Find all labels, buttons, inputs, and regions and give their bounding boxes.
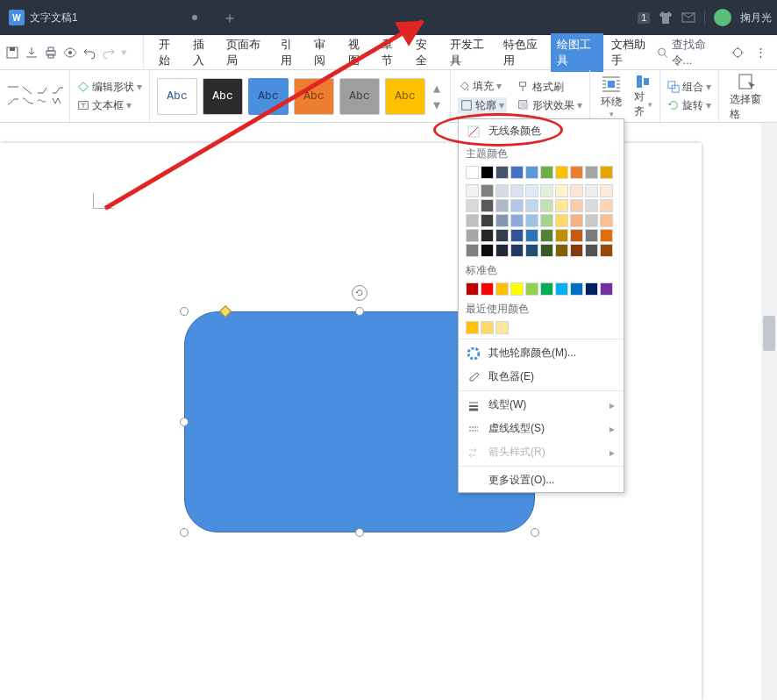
color-swatch[interactable] — [585, 199, 598, 212]
color-swatch[interactable] — [481, 321, 494, 334]
color-swatch[interactable] — [525, 214, 538, 227]
style-swatch-2[interactable]: Abc — [203, 78, 243, 115]
vertical-scrollbar[interactable] — [761, 123, 777, 700]
menu-dochelper[interactable]: 文档助手 — [605, 33, 657, 72]
format-painter-button[interactable]: 格式刷 — [517, 80, 582, 95]
color-swatch[interactable] — [481, 166, 494, 179]
dash-type-item[interactable]: 虚线线型(S)▸ — [459, 417, 624, 440]
rotate-button[interactable]: 旋转▾ — [667, 98, 711, 113]
color-swatch[interactable] — [466, 199, 479, 212]
color-swatch[interactable] — [555, 229, 568, 242]
color-swatch[interactable] — [510, 214, 524, 227]
color-swatch[interactable] — [585, 282, 598, 296]
user-avatar[interactable] — [714, 9, 731, 26]
skin-icon[interactable] — [659, 11, 673, 25]
color-swatch[interactable] — [525, 184, 538, 197]
text-box-button[interactable]: 文本框▾ — [77, 98, 142, 113]
color-swatch[interactable] — [466, 214, 479, 227]
color-swatch[interactable] — [540, 184, 553, 197]
color-swatch[interactable] — [495, 166, 509, 179]
fill-button[interactable]: 填充▾ — [458, 79, 507, 94]
color-swatch[interactable] — [555, 282, 568, 296]
color-swatch[interactable] — [585, 166, 598, 179]
resize-handle-se[interactable] — [531, 528, 539, 537]
color-swatch[interactable] — [481, 244, 494, 257]
settings-icon[interactable] — [731, 46, 745, 60]
color-swatch[interactable] — [510, 229, 524, 242]
color-swatch[interactable] — [495, 184, 509, 197]
select-pane-button[interactable]: 选择窗格 — [726, 71, 770, 122]
no-line-color-item[interactable]: 无线条颜色 — [459, 119, 624, 143]
outline-button[interactable]: 轮廓▾ — [458, 97, 507, 114]
more-colors-item[interactable]: 其他轮廓颜色(M)... — [459, 341, 624, 365]
resize-handle-n[interactable] — [355, 307, 364, 316]
export-icon[interactable] — [25, 46, 39, 60]
color-swatch[interactable] — [585, 244, 598, 257]
color-swatch[interactable] — [600, 229, 613, 242]
eyedropper-item[interactable]: 取色器(E) — [459, 365, 624, 389]
color-swatch[interactable] — [495, 321, 509, 334]
color-swatch[interactable] — [525, 229, 538, 242]
color-swatch[interactable] — [540, 244, 553, 257]
save-icon[interactable] — [5, 46, 19, 60]
menu-review[interactable]: 审阅 — [308, 33, 340, 72]
color-swatch[interactable] — [585, 214, 598, 227]
more-icon[interactable]: ⋮ — [750, 46, 772, 59]
color-swatch[interactable] — [600, 214, 613, 227]
menu-start[interactable]: 开始 — [153, 33, 185, 72]
print-icon[interactable] — [44, 46, 58, 60]
color-swatch[interactable] — [600, 166, 613, 179]
color-swatch[interactable] — [466, 282, 479, 296]
color-swatch[interactable] — [540, 282, 553, 296]
color-swatch[interactable] — [570, 244, 583, 257]
style-gallery-more-icon[interactable]: ▴▾ — [431, 80, 443, 113]
color-swatch[interactable] — [495, 244, 509, 257]
color-swatch[interactable] — [600, 199, 613, 212]
style-swatch-5[interactable]: Abc — [339, 78, 380, 115]
color-swatch[interactable] — [525, 282, 538, 296]
more-settings-item[interactable]: 更多设置(O)... — [459, 468, 624, 492]
color-swatch[interactable] — [570, 282, 583, 296]
color-swatch[interactable] — [510, 282, 524, 296]
menu-drawtools[interactable]: 绘图工具 — [551, 33, 602, 72]
color-swatch[interactable] — [466, 166, 479, 179]
document-title[interactable]: 文字文稿1 — [30, 11, 78, 25]
color-swatch[interactable] — [555, 199, 568, 212]
color-swatch[interactable] — [555, 166, 568, 179]
group-button[interactable]: 组合▾ — [667, 80, 711, 95]
color-swatch[interactable] — [525, 166, 538, 179]
color-swatch[interactable] — [570, 166, 583, 179]
menu-pagelayout[interactable]: 页面布局 — [220, 33, 272, 72]
menu-special[interactable]: 特色应用 — [497, 33, 549, 72]
color-swatch[interactable] — [510, 166, 524, 179]
color-swatch[interactable] — [540, 214, 553, 227]
message-icon[interactable] — [681, 11, 695, 25]
color-swatch[interactable] — [510, 184, 524, 197]
resize-handle-s[interactable] — [355, 528, 364, 537]
edit-shape-button[interactable]: 编辑形状▾ — [77, 80, 142, 95]
menu-insert[interactable]: 插入 — [187, 33, 219, 72]
color-swatch[interactable] — [600, 184, 613, 197]
shape-effects-button[interactable]: 形状效果▾ — [517, 98, 582, 113]
wrap-button[interactable]: 环绕▾ — [597, 74, 625, 118]
color-swatch[interactable] — [510, 199, 524, 212]
color-swatch[interactable] — [540, 199, 553, 212]
color-swatch[interactable] — [570, 199, 583, 212]
shape-styles[interactable]: Abc Abc Abc Abc Abc Abc ▴▾ — [150, 70, 451, 122]
color-swatch[interactable] — [466, 229, 479, 242]
shapes-gallery[interactable] — [7, 86, 64, 106]
color-swatch[interactable] — [495, 214, 509, 227]
style-swatch-6[interactable]: Abc — [385, 78, 425, 115]
notification-badge[interactable]: 1 — [638, 12, 650, 24]
color-swatch[interactable] — [570, 229, 583, 242]
color-swatch[interactable] — [495, 282, 509, 296]
color-swatch[interactable] — [466, 244, 479, 257]
color-swatch[interactable] — [525, 244, 538, 257]
rotate-handle[interactable] — [352, 285, 367, 301]
user-name[interactable]: 掬月光 — [740, 11, 772, 25]
resize-handle-nw[interactable] — [180, 307, 189, 316]
color-swatch[interactable] — [466, 184, 479, 197]
resize-handle-sw[interactable] — [180, 528, 189, 537]
command-search[interactable]: 查找命令... — [657, 37, 722, 68]
color-swatch[interactable] — [555, 184, 568, 197]
